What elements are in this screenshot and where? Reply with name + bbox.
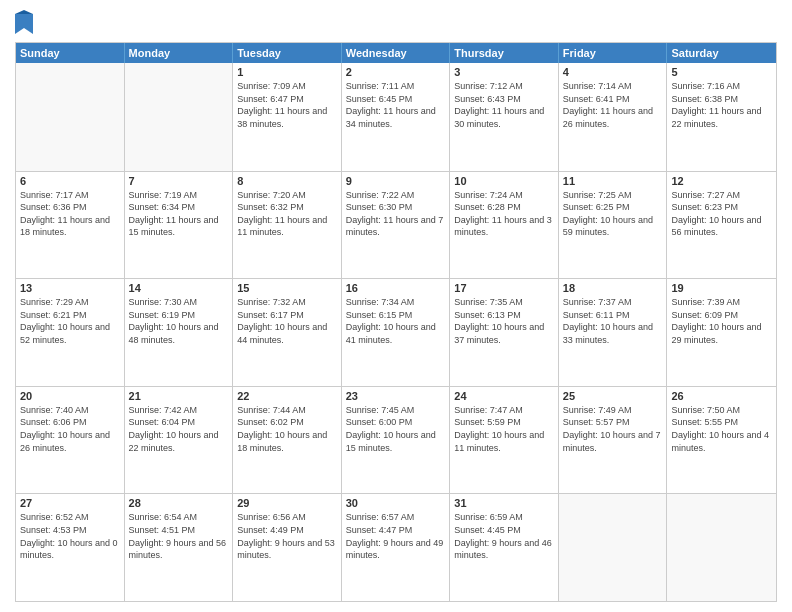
day-detail: Sunrise: 7:14 AM Sunset: 6:41 PM Dayligh… bbox=[563, 80, 663, 130]
day-number: 31 bbox=[454, 497, 554, 509]
day-detail: Sunrise: 7:30 AM Sunset: 6:19 PM Dayligh… bbox=[129, 296, 229, 346]
calendar-cell: 8Sunrise: 7:20 AM Sunset: 6:32 PM Daylig… bbox=[233, 172, 342, 279]
calendar-cell: 7Sunrise: 7:19 AM Sunset: 6:34 PM Daylig… bbox=[125, 172, 234, 279]
logo bbox=[15, 10, 35, 34]
day-number: 30 bbox=[346, 497, 446, 509]
header bbox=[15, 10, 777, 34]
day-number: 27 bbox=[20, 497, 120, 509]
day-number: 11 bbox=[563, 175, 663, 187]
day-detail: Sunrise: 7:25 AM Sunset: 6:25 PM Dayligh… bbox=[563, 189, 663, 239]
day-detail: Sunrise: 7:27 AM Sunset: 6:23 PM Dayligh… bbox=[671, 189, 772, 239]
calendar-cell: 14Sunrise: 7:30 AM Sunset: 6:19 PM Dayli… bbox=[125, 279, 234, 386]
day-number: 1 bbox=[237, 66, 337, 78]
calendar-cell: 1Sunrise: 7:09 AM Sunset: 6:47 PM Daylig… bbox=[233, 63, 342, 171]
day-number: 21 bbox=[129, 390, 229, 402]
calendar-cell: 15Sunrise: 7:32 AM Sunset: 6:17 PM Dayli… bbox=[233, 279, 342, 386]
calendar-cell bbox=[16, 63, 125, 171]
day-detail: Sunrise: 7:34 AM Sunset: 6:15 PM Dayligh… bbox=[346, 296, 446, 346]
day-number: 23 bbox=[346, 390, 446, 402]
calendar: SundayMondayTuesdayWednesdayThursdayFrid… bbox=[15, 42, 777, 602]
calendar-cell: 16Sunrise: 7:34 AM Sunset: 6:15 PM Dayli… bbox=[342, 279, 451, 386]
day-number: 10 bbox=[454, 175, 554, 187]
day-detail: Sunrise: 7:17 AM Sunset: 6:36 PM Dayligh… bbox=[20, 189, 120, 239]
day-detail: Sunrise: 7:47 AM Sunset: 5:59 PM Dayligh… bbox=[454, 404, 554, 454]
header-day-saturday: Saturday bbox=[667, 43, 776, 63]
day-detail: Sunrise: 7:49 AM Sunset: 5:57 PM Dayligh… bbox=[563, 404, 663, 454]
calendar-cell: 22Sunrise: 7:44 AM Sunset: 6:02 PM Dayli… bbox=[233, 387, 342, 494]
day-number: 18 bbox=[563, 282, 663, 294]
calendar-body: 1Sunrise: 7:09 AM Sunset: 6:47 PM Daylig… bbox=[16, 63, 776, 601]
calendar-cell: 21Sunrise: 7:42 AM Sunset: 6:04 PM Dayli… bbox=[125, 387, 234, 494]
calendar-cell: 27Sunrise: 6:52 AM Sunset: 4:53 PM Dayli… bbox=[16, 494, 125, 601]
day-detail: Sunrise: 7:42 AM Sunset: 6:04 PM Dayligh… bbox=[129, 404, 229, 454]
header-day-monday: Monday bbox=[125, 43, 234, 63]
calendar-cell: 25Sunrise: 7:49 AM Sunset: 5:57 PM Dayli… bbox=[559, 387, 668, 494]
calendar-header: SundayMondayTuesdayWednesdayThursdayFrid… bbox=[16, 43, 776, 63]
day-detail: Sunrise: 7:40 AM Sunset: 6:06 PM Dayligh… bbox=[20, 404, 120, 454]
calendar-cell: 31Sunrise: 6:59 AM Sunset: 4:45 PM Dayli… bbox=[450, 494, 559, 601]
day-number: 14 bbox=[129, 282, 229, 294]
calendar-cell: 29Sunrise: 6:56 AM Sunset: 4:49 PM Dayli… bbox=[233, 494, 342, 601]
day-detail: Sunrise: 7:19 AM Sunset: 6:34 PM Dayligh… bbox=[129, 189, 229, 239]
calendar-cell: 4Sunrise: 7:14 AM Sunset: 6:41 PM Daylig… bbox=[559, 63, 668, 171]
day-detail: Sunrise: 7:11 AM Sunset: 6:45 PM Dayligh… bbox=[346, 80, 446, 130]
day-number: 20 bbox=[20, 390, 120, 402]
day-number: 28 bbox=[129, 497, 229, 509]
day-detail: Sunrise: 6:56 AM Sunset: 4:49 PM Dayligh… bbox=[237, 511, 337, 561]
calendar-cell: 30Sunrise: 6:57 AM Sunset: 4:47 PM Dayli… bbox=[342, 494, 451, 601]
calendar-cell: 11Sunrise: 7:25 AM Sunset: 6:25 PM Dayli… bbox=[559, 172, 668, 279]
header-day-sunday: Sunday bbox=[16, 43, 125, 63]
calendar-cell: 5Sunrise: 7:16 AM Sunset: 6:38 PM Daylig… bbox=[667, 63, 776, 171]
day-detail: Sunrise: 7:09 AM Sunset: 6:47 PM Dayligh… bbox=[237, 80, 337, 130]
svg-marker-0 bbox=[15, 14, 33, 34]
calendar-cell: 10Sunrise: 7:24 AM Sunset: 6:28 PM Dayli… bbox=[450, 172, 559, 279]
day-detail: Sunrise: 7:37 AM Sunset: 6:11 PM Dayligh… bbox=[563, 296, 663, 346]
day-detail: Sunrise: 7:39 AM Sunset: 6:09 PM Dayligh… bbox=[671, 296, 772, 346]
day-detail: Sunrise: 6:52 AM Sunset: 4:53 PM Dayligh… bbox=[20, 511, 120, 561]
header-day-friday: Friday bbox=[559, 43, 668, 63]
day-detail: Sunrise: 7:20 AM Sunset: 6:32 PM Dayligh… bbox=[237, 189, 337, 239]
day-number: 22 bbox=[237, 390, 337, 402]
day-number: 29 bbox=[237, 497, 337, 509]
calendar-cell: 26Sunrise: 7:50 AM Sunset: 5:55 PM Dayli… bbox=[667, 387, 776, 494]
day-number: 15 bbox=[237, 282, 337, 294]
header-day-tuesday: Tuesday bbox=[233, 43, 342, 63]
day-detail: Sunrise: 6:59 AM Sunset: 4:45 PM Dayligh… bbox=[454, 511, 554, 561]
day-number: 24 bbox=[454, 390, 554, 402]
day-number: 12 bbox=[671, 175, 772, 187]
day-detail: Sunrise: 6:54 AM Sunset: 4:51 PM Dayligh… bbox=[129, 511, 229, 561]
day-detail: Sunrise: 7:22 AM Sunset: 6:30 PM Dayligh… bbox=[346, 189, 446, 239]
day-detail: Sunrise: 6:57 AM Sunset: 4:47 PM Dayligh… bbox=[346, 511, 446, 561]
day-number: 17 bbox=[454, 282, 554, 294]
day-number: 4 bbox=[563, 66, 663, 78]
calendar-row-3: 13Sunrise: 7:29 AM Sunset: 6:21 PM Dayli… bbox=[16, 278, 776, 386]
calendar-row-2: 6Sunrise: 7:17 AM Sunset: 6:36 PM Daylig… bbox=[16, 171, 776, 279]
calendar-cell: 19Sunrise: 7:39 AM Sunset: 6:09 PM Dayli… bbox=[667, 279, 776, 386]
header-day-wednesday: Wednesday bbox=[342, 43, 451, 63]
logo-icon bbox=[15, 10, 33, 34]
day-detail: Sunrise: 7:45 AM Sunset: 6:00 PM Dayligh… bbox=[346, 404, 446, 454]
calendar-cell: 28Sunrise: 6:54 AM Sunset: 4:51 PM Dayli… bbox=[125, 494, 234, 601]
calendar-cell: 23Sunrise: 7:45 AM Sunset: 6:00 PM Dayli… bbox=[342, 387, 451, 494]
day-detail: Sunrise: 7:44 AM Sunset: 6:02 PM Dayligh… bbox=[237, 404, 337, 454]
day-detail: Sunrise: 7:12 AM Sunset: 6:43 PM Dayligh… bbox=[454, 80, 554, 130]
svg-marker-1 bbox=[15, 10, 33, 14]
day-number: 7 bbox=[129, 175, 229, 187]
day-detail: Sunrise: 7:50 AM Sunset: 5:55 PM Dayligh… bbox=[671, 404, 772, 454]
day-number: 6 bbox=[20, 175, 120, 187]
day-number: 16 bbox=[346, 282, 446, 294]
calendar-cell bbox=[559, 494, 668, 601]
calendar-cell: 20Sunrise: 7:40 AM Sunset: 6:06 PM Dayli… bbox=[16, 387, 125, 494]
calendar-row-5: 27Sunrise: 6:52 AM Sunset: 4:53 PM Dayli… bbox=[16, 493, 776, 601]
day-number: 26 bbox=[671, 390, 772, 402]
page: SundayMondayTuesdayWednesdayThursdayFrid… bbox=[0, 0, 792, 612]
calendar-cell: 3Sunrise: 7:12 AM Sunset: 6:43 PM Daylig… bbox=[450, 63, 559, 171]
day-number: 5 bbox=[671, 66, 772, 78]
day-number: 2 bbox=[346, 66, 446, 78]
calendar-cell: 12Sunrise: 7:27 AM Sunset: 6:23 PM Dayli… bbox=[667, 172, 776, 279]
calendar-cell: 18Sunrise: 7:37 AM Sunset: 6:11 PM Dayli… bbox=[559, 279, 668, 386]
calendar-cell bbox=[667, 494, 776, 601]
day-number: 25 bbox=[563, 390, 663, 402]
calendar-cell: 17Sunrise: 7:35 AM Sunset: 6:13 PM Dayli… bbox=[450, 279, 559, 386]
day-number: 19 bbox=[671, 282, 772, 294]
